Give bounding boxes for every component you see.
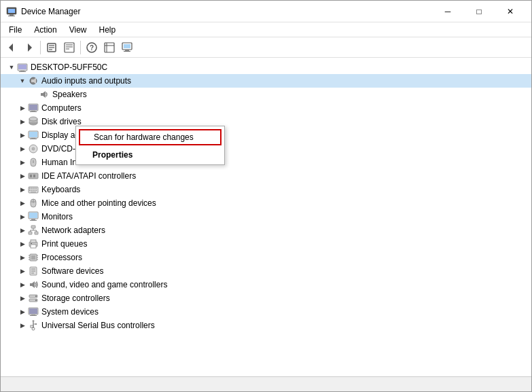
svg-rect-56 (35, 190, 37, 191)
svg-marker-88 (30, 281, 35, 288)
svg-rect-3 (8, 16, 15, 16)
tree-item-print[interactable]: ▶ Print queues (1, 237, 531, 251)
svg-rect-33 (30, 111, 37, 112)
svg-rect-67 (35, 232, 38, 234)
network-label: Network adapters (41, 226, 105, 235)
toolbar: ? (1, 37, 531, 58)
svg-rect-73 (31, 240, 36, 243)
svg-rect-31 (29, 105, 37, 110)
toolbar-forward[interactable] (21, 39, 37, 56)
maximize-button[interactable]: □ (463, 1, 495, 22)
svg-rect-75 (31, 243, 32, 244)
dvd-arrow: ▶ (17, 143, 28, 154)
menu-view[interactable]: View (64, 24, 92, 36)
processors-icon (28, 252, 39, 263)
sound-arrow: ▶ (17, 279, 28, 290)
menu-file[interactable]: File (3, 24, 27, 36)
tree-item-software[interactable]: ▶ Software devices (1, 264, 531, 278)
speakers-label: Speakers (52, 90, 87, 99)
svg-rect-95 (31, 315, 35, 315)
menu-action[interactable]: Action (29, 24, 62, 36)
svg-rect-74 (31, 245, 36, 248)
svg-marker-5 (28, 43, 32, 52)
speakers-arrow: ▶ (28, 89, 39, 100)
toolbar-sep-2 (80, 41, 81, 54)
svg-marker-98 (32, 320, 35, 321)
close-button[interactable]: ✕ (495, 1, 526, 22)
svg-text:?: ? (90, 44, 94, 52)
tree-item-storage[interactable]: ▶ Storage controllers (1, 291, 531, 305)
toolbar-update-driver[interactable] (61, 39, 77, 56)
print-arrow: ▶ (17, 238, 28, 249)
tree-item-ide[interactable]: ▶ IDE ATA/ATAPI controllers (1, 169, 531, 183)
mice-label: Mice and other pointing devices (41, 198, 156, 208)
print-icon (28, 238, 39, 249)
tree-item-monitors[interactable]: ▶ Monitors (1, 210, 531, 224)
ide-icon (28, 171, 39, 181)
title-bar-left: Device Manager (6, 6, 80, 17)
audio-arrow: ▼ (17, 75, 28, 86)
svg-rect-21 (125, 50, 129, 51)
svg-point-92 (35, 300, 37, 301)
system-arrow: ▶ (17, 306, 28, 317)
tree-item-computers[interactable]: ▶ Computers (1, 101, 531, 115)
svg-rect-40 (30, 139, 37, 139)
monitors-label: Monitors (41, 212, 73, 221)
ide-label: IDE ATA/ATAPI controllers (41, 171, 136, 181)
tree-item-sound[interactable]: ▶ Sound, video and game controllers (1, 278, 531, 291)
tree-item-keyboards[interactable]: ▶ Keyboards (1, 183, 531, 196)
storage-arrow: ▶ (17, 293, 28, 304)
svg-rect-10 (65, 43, 74, 52)
context-properties[interactable]: Properties (76, 147, 224, 163)
software-label: Software devices (41, 266, 103, 276)
svg-rect-39 (31, 138, 35, 139)
svg-rect-25 (20, 71, 24, 71)
device-manager-window: Device Manager ─ □ ✕ File Action View He… (0, 0, 532, 392)
usb-arrow: ▶ (17, 320, 28, 331)
hid-icon (28, 157, 39, 168)
tree-item-processors[interactable]: ▶ Processors (1, 251, 531, 264)
processors-label: Processors (41, 253, 82, 262)
svg-rect-53 (29, 190, 31, 191)
status-bar (1, 376, 531, 391)
software-icon (28, 266, 39, 277)
svg-rect-57 (31, 192, 36, 193)
menu-help[interactable]: Help (94, 24, 122, 36)
audio-icon (28, 75, 39, 86)
tree-item-mice[interactable]: ▶ Mice and other pointing devices (1, 196, 531, 210)
svg-rect-66 (29, 232, 32, 234)
help-icon: ? (86, 42, 97, 53)
disk-label: Disk drives (41, 117, 82, 126)
mice-arrow: ▶ (17, 198, 28, 209)
toolbar-sep-1 (40, 41, 41, 54)
tree-item-audio[interactable]: ▼ Audio inputs and outputs (1, 74, 531, 88)
svg-rect-52 (35, 188, 37, 189)
tree-item-network[interactable]: ▶ Network adapters (1, 224, 531, 237)
network-arrow: ▶ (17, 225, 28, 236)
computers-label: Computers (41, 103, 82, 113)
tree-panel[interactable]: ▼ DESKTOP-5UFF50C ▼ (1, 58, 531, 376)
svg-rect-22 (124, 51, 130, 52)
keyboards-label: Keyboards (41, 185, 80, 194)
back-icon (6, 42, 17, 53)
tree-item-system[interactable]: ▶ System devices (1, 305, 531, 319)
display-arrow: ▶ (17, 130, 28, 141)
toolbar-monitor[interactable] (119, 39, 135, 56)
context-menu: Scan for hardware changes Properties (75, 126, 225, 165)
title-bar-controls: ─ □ ✕ (432, 1, 526, 22)
toolbar-scan[interactable] (101, 39, 118, 56)
toolbar-help[interactable]: ? (84, 39, 100, 56)
forward-icon (24, 42, 35, 53)
tree-item-usb[interactable]: ▶ Universal Serial Bus controllers (1, 319, 531, 332)
tree-root[interactable]: ▼ DESKTOP-5UFF50C (1, 60, 531, 74)
context-scan-hardware[interactable]: Scan for hardware changes (79, 129, 221, 145)
network-icon (28, 225, 39, 236)
svg-rect-50 (31, 188, 33, 189)
minimize-button[interactable]: ─ (432, 1, 463, 22)
svg-rect-96 (30, 315, 37, 316)
processors-arrow: ▶ (17, 252, 28, 263)
toolbar-properties[interactable] (43, 39, 60, 56)
tree-item-speakers[interactable]: ▶ Speakers (1, 88, 531, 101)
window-title: Device Manager (21, 7, 80, 16)
toolbar-back[interactable] (3, 39, 20, 56)
